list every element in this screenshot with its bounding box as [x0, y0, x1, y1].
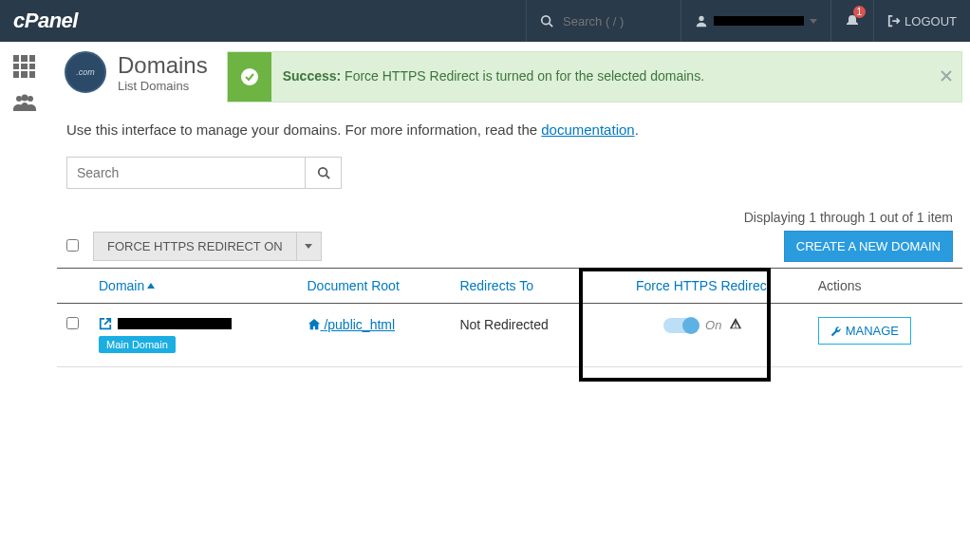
- intro-prefix: Use this interface to manage your domain…: [66, 121, 541, 138]
- docroot-text: /public_html: [324, 317, 395, 332]
- manage-button[interactable]: MANAGE: [818, 317, 911, 345]
- page-subtitle: List Domains: [118, 79, 208, 93]
- users-icon[interactable]: [12, 93, 37, 112]
- search-icon: [317, 166, 330, 179]
- create-domain-button[interactable]: CREATE A NEW DOMAIN: [784, 231, 953, 262]
- svg-point-2: [699, 16, 703, 21]
- select-all-checkbox[interactable]: [66, 239, 79, 252]
- header-row: .com Domains List Domains Success: Force…: [57, 42, 962, 103]
- main-content: .com Domains List Domains Success: Force…: [49, 42, 970, 386]
- svg-line-10: [326, 176, 329, 179]
- notifications[interactable]: 1: [830, 0, 873, 42]
- table-header-row: Domain Document Root Redirects To Force …: [57, 269, 962, 304]
- search-icon: [540, 14, 553, 28]
- docroot-link[interactable]: /public_html: [308, 317, 396, 332]
- left-sidebar: [0, 42, 49, 386]
- sort-asc-icon: [147, 283, 155, 289]
- col-force-https[interactable]: Force HTTPS Redirect: [598, 269, 809, 304]
- username-redacted: [714, 16, 804, 26]
- domain-cell: Main Domain: [89, 304, 298, 367]
- domain-name-redacted: [118, 318, 232, 329]
- svg-rect-12: [736, 327, 737, 327]
- force-https-dropdown[interactable]: [297, 232, 322, 261]
- page-title-block: .com Domains List Domains: [57, 51, 208, 93]
- search-row: [57, 145, 962, 193]
- force-https-button-group: FORCE HTTPS REDIRECT ON: [93, 232, 322, 261]
- intro-suffix: .: [635, 121, 639, 138]
- svg-point-4: [21, 95, 28, 102]
- main-domain-badge: Main Domain: [99, 336, 176, 353]
- logout-label: LOGOUT: [905, 14, 957, 28]
- col-actions: Actions: [809, 269, 962, 304]
- intro-text: Use this interface to manage your domain…: [57, 103, 962, 145]
- success-alert: Success: Force HTTPS Redirect is turned …: [227, 51, 962, 103]
- home-icon: [308, 318, 321, 331]
- global-search-input[interactable]: [563, 14, 667, 28]
- wrench-icon: [830, 326, 842, 337]
- top-bar: cPanel 1 LOGOUT: [0, 0, 970, 42]
- svg-point-6: [241, 68, 258, 85]
- close-icon: [941, 70, 952, 82]
- force-https-button[interactable]: FORCE HTTPS REDIRECT ON: [93, 232, 297, 261]
- logo-wrap: cPanel: [0, 9, 157, 33]
- topbar-right: 1 LOGOUT: [526, 0, 970, 42]
- domain-search-input[interactable]: [67, 158, 305, 188]
- logout-icon: [887, 14, 901, 28]
- redirects-cell: Not Redirected: [450, 304, 598, 367]
- cpanel-logo: cPanel: [13, 9, 78, 32]
- action-row: FORCE HTTPS REDIRECT ON CREATE A NEW DOM…: [57, 231, 962, 268]
- select-all-wrap: [66, 239, 93, 254]
- svg-point-5: [28, 96, 33, 102]
- col-redirects[interactable]: Redirects To: [450, 269, 598, 304]
- svg-line-1: [550, 24, 553, 28]
- domains-icon: .com: [65, 51, 106, 93]
- chevron-down-icon: [810, 19, 817, 24]
- docroot-cell: /public_html: [298, 304, 451, 367]
- external-link-icon[interactable]: [99, 317, 112, 330]
- domains-table: Domain Document Root Redirects To Force …: [57, 268, 962, 367]
- user-menu[interactable]: [681, 0, 830, 42]
- toggle-state-label: On: [705, 318, 721, 332]
- domain-search-group: [66, 157, 342, 189]
- page-title: Domains: [118, 52, 208, 79]
- alert-body: Success: Force HTTPS Redirect is turned …: [271, 60, 931, 94]
- svg-point-9: [318, 168, 326, 177]
- pagination-text: Displaying 1 through 1 out of 1 item: [57, 193, 962, 231]
- apps-grid-icon[interactable]: [13, 55, 36, 78]
- row-checkbox[interactable]: [66, 317, 79, 329]
- table-row: Main Domain /public_html Not Redirected …: [57, 304, 962, 367]
- user-icon: [695, 14, 708, 28]
- actions-cell: MANAGE: [809, 304, 962, 367]
- documentation-link[interactable]: documentation: [541, 121, 634, 138]
- warning-icon[interactable]: [729, 317, 742, 333]
- notification-badge: 1: [853, 6, 867, 18]
- alert-text: Force HTTPS Redirect is turned on for th…: [341, 68, 704, 84]
- svg-point-3: [16, 96, 22, 102]
- layout: .com Domains List Domains Success: Force…: [0, 42, 970, 386]
- check-circle-icon: [240, 67, 259, 86]
- force-https-toggle[interactable]: [663, 318, 698, 333]
- alert-icon-wrap: [228, 52, 271, 102]
- global-search[interactable]: [526, 0, 681, 42]
- col-docroot[interactable]: Document Root: [298, 269, 451, 304]
- manage-label: MANAGE: [846, 324, 899, 338]
- svg-rect-11: [736, 322, 737, 326]
- logout-button[interactable]: LOGOUT: [873, 0, 970, 42]
- force-https-cell: On: [598, 304, 809, 367]
- alert-title: Success:: [283, 68, 341, 84]
- chevron-down-icon: [305, 244, 312, 249]
- alert-close-button[interactable]: [931, 68, 961, 85]
- col-domain[interactable]: Domain: [89, 269, 298, 304]
- domain-search-button[interactable]: [305, 158, 341, 188]
- svg-point-0: [542, 16, 550, 25]
